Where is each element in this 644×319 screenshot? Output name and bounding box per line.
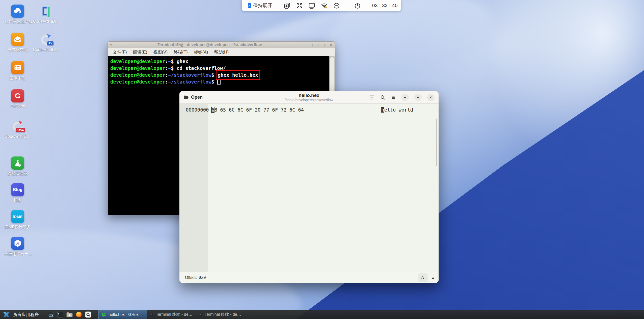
- hex-scrollbar[interactable]: [436, 119, 437, 166]
- desktop-icon-software-dev-pipeline[interactable]: 软件开发生产线: [5, 5, 31, 24]
- offset-status-label: Offset:: [185, 275, 197, 280]
- terminal-window-title: Terminal 终端 - developer@developer: ~/sta…: [112, 42, 307, 48]
- minimize-button[interactable]: −: [401, 94, 409, 101]
- power-icon[interactable]: [354, 2, 361, 9]
- divider: [44, 311, 44, 318]
- offset-status-value: 0x0: [199, 275, 206, 280]
- text-cursor-icon: [425, 276, 425, 280]
- desktop-icon-codearts-ide[interactable]: CodeArts ID…: [33, 5, 59, 24]
- gitcode-icon: G: [11, 89, 24, 102]
- terminal-menubar: 文件(F) 编辑(E) 视图(V) 终端(T) 标签(A) 帮助(H): [108, 48, 335, 56]
- keep-expanded-label: 保持展开: [253, 2, 272, 9]
- applications-menu-icon[interactable]: [3, 311, 10, 318]
- open-button[interactable]: Open: [183, 95, 203, 100]
- java-badge: JAVA: [16, 128, 25, 132]
- menu-terminal[interactable]: 终端(T): [171, 49, 191, 55]
- new-window-icon[interactable]: [284, 2, 290, 9]
- task-terminal-1[interactable]: $_ Terminal 终端 - developer…: [147, 310, 196, 319]
- maximize-button[interactable]: +: [414, 94, 422, 101]
- firefox-icon[interactable]: [75, 311, 82, 318]
- shade-button[interactable]: ↑: [311, 43, 313, 47]
- blog-icon: Blog: [11, 183, 24, 196]
- desktop-icon-codearts-ide-py[interactable]: PY CodeArts ID…: [33, 33, 59, 52]
- search-icon[interactable]: [380, 95, 385, 100]
- more-options-icon[interactable]: [333, 2, 340, 9]
- ghex-window: Open hello.hex /home/developer/stackover…: [179, 91, 439, 283]
- offset-column: 00000000: [179, 104, 208, 272]
- maximize-button[interactable]: +: [324, 43, 326, 47]
- menu-edit[interactable]: 编辑(E): [130, 49, 150, 55]
- py-badge: PY: [47, 41, 53, 45]
- hex-bytes-panel[interactable]: 68 65 6C 6C 6F 20 77 6F 72 6C 64: [208, 104, 377, 272]
- terminal-titlebar[interactable]: ▾ Terminal 终端 - developer@developer: ~/s…: [108, 41, 335, 48]
- fullscreen-icon[interactable]: [296, 2, 303, 9]
- task-ghex[interactable]: hello.hex - GHex: [98, 310, 147, 319]
- clock: 03 : 32 : 40: [372, 3, 398, 8]
- search-launcher-icon[interactable]: [85, 311, 92, 318]
- menu-help[interactable]: 帮助(H): [211, 49, 232, 55]
- all-applications-label[interactable]: 所有应用程序: [13, 312, 39, 317]
- ascii-cursor: h: [381, 107, 384, 113]
- terminal-icon: $_: [150, 312, 153, 317]
- ai-hexagon-icon: AI: [11, 237, 24, 250]
- ghex-icon: [101, 312, 106, 317]
- terminal-launcher-icon[interactable]: $_: [57, 311, 64, 318]
- terminal-line: developer@developer:~$ cd stackoverflow/: [110, 65, 327, 72]
- menu-view[interactable]: 视图(V): [150, 49, 171, 55]
- svg-text:$_: $_: [58, 312, 61, 315]
- flask-icon: [11, 156, 24, 170]
- show-desktop-icon[interactable]: [47, 311, 54, 318]
- hex-editor-area[interactable]: 00000000 68 65 6C 6C 6F 20 77 6F 72 6C 6…: [179, 104, 439, 272]
- desktop-icon-codearts-ide-java[interactable]: JAVA CodeArts ID…: [5, 120, 31, 139]
- ghex-headerbar[interactable]: Open hello.hex /home/developer/stackover…: [179, 91, 439, 104]
- check-icon: ✓: [248, 4, 251, 8]
- save-icon[interactable]: [369, 95, 375, 100]
- menu-file[interactable]: 文件(F): [110, 49, 130, 55]
- insert-mode-button[interactable]: A: [418, 273, 428, 282]
- desktop-icon-case-center[interactable]: 案例中心: [5, 61, 31, 81]
- desktop-icon-cloud-storage[interactable]: 云存储空间: [5, 33, 31, 53]
- file-manager-icon[interactable]: [66, 311, 73, 318]
- brackets-icon: [39, 5, 52, 18]
- terminal-cursor: [217, 79, 221, 85]
- keep-expanded-checkbox[interactable]: ✓: [248, 3, 251, 8]
- top-toolbar: ✓ 保持展开 03 : 32 : 40: [242, 0, 401, 11]
- case-card-icon: [11, 61, 24, 74]
- desktop-icon-blog[interactable]: Blog 博客: [5, 183, 31, 203]
- wifi-icon[interactable]: [321, 2, 328, 9]
- svg-text:AI: AI: [16, 242, 19, 245]
- close-button[interactable]: ×: [427, 94, 435, 101]
- terminal-line: developer@developer:~/stackoverflow$ghex…: [110, 72, 327, 78]
- terminal-icon: $_: [199, 312, 202, 317]
- terminal-line: developer@developer:~$ ghex: [110, 58, 327, 65]
- menu-tabs[interactable]: 标签(A): [191, 49, 211, 55]
- taskbar: 所有应用程序 $_ hello.hex - GHex $_ Terminal 终…: [0, 310, 644, 319]
- menu-icon[interactable]: [391, 95, 396, 100]
- display-icon[interactable]: [308, 2, 315, 9]
- installer-arrow-icon: JAVA: [11, 120, 24, 133]
- close-button[interactable]: ×: [330, 43, 332, 47]
- desktop-icon-ai-platform[interactable]: AI AI应用平台一…: [5, 237, 31, 257]
- desktop-icon-idme[interactable]: iDME iDME设计服务: [5, 210, 31, 230]
- panel-drag-handle[interactable]: [95, 312, 96, 317]
- task-terminal-2[interactable]: $_ Terminal 终端 - developer…: [196, 310, 245, 319]
- ascii-panel[interactable]: hello world: [377, 104, 439, 272]
- storage-box-icon: [11, 33, 24, 46]
- ghex-statusbar: Offset: 0x0 A ▲: [179, 272, 439, 283]
- folder-icon: [183, 95, 189, 100]
- hex-cursor: 6: [211, 107, 214, 113]
- collapse-panel-icon[interactable]: ▲: [432, 276, 435, 279]
- idme-icon: iDME: [11, 210, 24, 223]
- minimize-button[interactable]: −: [317, 43, 320, 47]
- cloud-icon: [11, 5, 24, 18]
- installer-arrow-icon: PY: [39, 33, 52, 46]
- desktop-icon-gitcode[interactable]: G GitCode: [5, 89, 31, 109]
- terminal-line: developer@developer:~/stackoverflow$: [110, 78, 327, 85]
- highlighted-command: ghex hello.hex: [218, 72, 258, 78]
- desktop-icon-sandbox-lab[interactable]: 沙箱实验室: [5, 156, 31, 176]
